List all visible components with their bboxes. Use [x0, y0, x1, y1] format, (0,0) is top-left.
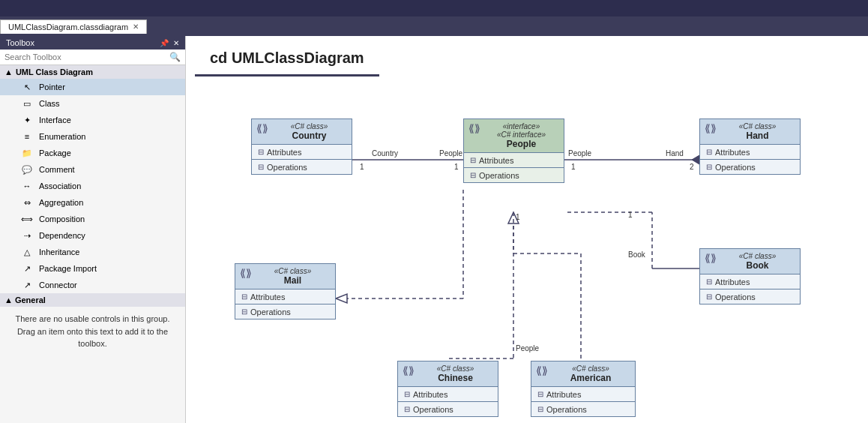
- book-operations-section[interactable]: ⊟ Operations: [700, 289, 800, 304]
- uml-box-chinese-header: ⟪⟫ «C# class» Chinese: [398, 362, 498, 386]
- expand-arrows-icon[interactable]: ⟪⟫: [705, 252, 717, 264]
- american-stereotype: «C# class»: [551, 364, 630, 373]
- inheritance-icon: △: [21, 246, 33, 258]
- expand-arrows-icon[interactable]: ⟪⟫: [403, 364, 415, 376]
- pointer-icon: ↖: [21, 81, 33, 93]
- toolbox-section-uml-header[interactable]: ▲ UML Class Diagram: [0, 65, 185, 79]
- toolbox-connector-label: Connector: [39, 280, 77, 290]
- expand-icon: ⊟: [706, 278, 712, 286]
- mail-attributes-section[interactable]: ⊟ Attributes: [235, 289, 335, 304]
- chinese-name: Chinese: [418, 373, 493, 383]
- toolbox-class-label: Class: [39, 99, 60, 108]
- pin-icon[interactable]: 📌: [160, 39, 169, 47]
- toolbox-item-enumeration[interactable]: ≡ Enumeration: [0, 128, 185, 145]
- interface-icon: ✦: [21, 114, 33, 126]
- chinese-operations-section[interactable]: ⊟ Operations: [398, 401, 498, 416]
- people-operations-label: Operations: [479, 171, 519, 180]
- uml-box-people[interactable]: ⟪⟫ «interface» «C# interface» People ⊟ A…: [463, 118, 564, 183]
- close-toolbox-icon[interactable]: ✕: [173, 39, 179, 47]
- svg-text:2: 2: [690, 163, 694, 171]
- toolbox-composition-label: Composition: [39, 214, 85, 224]
- svg-text:Book: Book: [628, 250, 646, 259]
- diagram-title: cd UMLClassDiagram: [195, 42, 379, 76]
- search-input[interactable]: [4, 52, 169, 62]
- country-attributes-section[interactable]: ⊟ Attributes: [252, 144, 352, 159]
- people-attributes-section[interactable]: ⊟ Attributes: [464, 152, 564, 167]
- toolbox-item-inheritance[interactable]: △ Inheritance: [0, 244, 185, 260]
- tab-classdiagram-label: UMLClassDiagram.classdiagram: [8, 22, 128, 32]
- country-attributes-label: Attributes: [267, 148, 301, 157]
- chinese-operations-label: Operations: [413, 405, 453, 414]
- american-attributes-section[interactable]: ⊟ Attributes: [531, 386, 635, 401]
- uml-box-chinese[interactable]: ⟪⟫ «C# class» Chinese ⊟ Attributes ⊟ Ope…: [397, 361, 498, 417]
- toolbox-section-general: ▲ General There are no usable controls i…: [0, 293, 185, 356]
- toolbox-item-class[interactable]: ▭ Class: [0, 95, 185, 112]
- comment-icon: 💬: [21, 164, 33, 176]
- book-name: Book: [720, 260, 795, 271]
- american-operations-label: Operations: [546, 405, 587, 414]
- expand-icon: ⊟: [706, 148, 712, 156]
- uml-box-country-title: «C# class» Country: [271, 122, 347, 141]
- uml-box-book[interactable]: ⟪⟫ «C# class» Book ⊟ Attributes ⊟ Operat…: [699, 248, 801, 304]
- svg-text:1: 1: [516, 213, 520, 221]
- diagram-canvas: Country People 1 1 People Hand 1 2: [186, 74, 868, 423]
- toolbox-item-pointer[interactable]: ↖ Pointer: [0, 79, 185, 95]
- mail-operations-section[interactable]: ⊟ Operations: [235, 304, 335, 319]
- chinese-stereotype: «C# class»: [418, 364, 493, 373]
- toolbox-item-association[interactable]: ↔ Association: [0, 178, 185, 194]
- association-icon: ↔: [21, 180, 33, 192]
- diagram-area[interactable]: cd UMLClassDiagram Country People 1 1 Pe…: [186, 36, 868, 423]
- country-operations-label: Operations: [267, 163, 307, 172]
- expand-arrows-icon[interactable]: ⟪⟫: [256, 122, 268, 134]
- toolbox-general-header[interactable]: ▲ General: [0, 293, 185, 307]
- toolbox-comment-label: Comment: [39, 165, 75, 174]
- toolbox-item-interface[interactable]: ✦ Interface: [0, 112, 185, 128]
- expand-icon: ⊟: [241, 308, 247, 316]
- book-attributes-label: Attributes: [715, 278, 750, 286]
- chinese-attributes-section[interactable]: ⊟ Attributes: [398, 386, 498, 401]
- search-icon: 🔍: [169, 52, 181, 62]
- uml-box-hand-title: «C# class» Hand: [720, 122, 795, 141]
- expand-icon: ⊟: [470, 156, 476, 164]
- uml-box-mail-title: «C# class» Mail: [255, 267, 331, 286]
- expand-arrows-icon[interactable]: ⟪⟫: [468, 122, 480, 134]
- hand-attributes-section[interactable]: ⊟ Attributes: [700, 144, 800, 159]
- uml-box-american-title: «C# class» American: [551, 364, 630, 383]
- book-attributes-section[interactable]: ⊟ Attributes: [700, 274, 800, 289]
- svg-marker-13: [508, 212, 519, 224]
- toolbox-item-comment[interactable]: 💬 Comment: [0, 161, 185, 178]
- expand-arrows-icon[interactable]: ⟪⟫: [705, 122, 717, 134]
- chinese-attributes-label: Attributes: [413, 390, 447, 399]
- svg-text:Hand: Hand: [666, 149, 684, 158]
- toolbox-item-pkgimport[interactable]: ↗ Package Import: [0, 260, 185, 277]
- country-operations-section[interactable]: ⊟ Operations: [252, 159, 352, 174]
- uml-box-people-title: «interface» «C# interface» People: [483, 122, 559, 149]
- hand-operations-section[interactable]: ⊟ Operations: [700, 159, 800, 174]
- svg-marker-26: [336, 294, 347, 303]
- expand-icon: ⊟: [258, 163, 264, 171]
- svg-text:1: 1: [360, 163, 364, 171]
- expand-arrows-icon[interactable]: ⟪⟫: [240, 267, 252, 279]
- toolbox-item-composition[interactable]: ⟺ Composition: [0, 211, 185, 227]
- uml-box-country[interactable]: ⟪⟫ «C# class» Country ⊟ Attributes ⊟ Ope…: [251, 118, 352, 175]
- general-collapse-icon: ▲: [4, 296, 13, 304]
- uml-box-book-header: ⟪⟫ «C# class» Book: [700, 249, 800, 274]
- tab-classdiagram[interactable]: UMLClassDiagram.classdiagram ✕: [0, 20, 147, 34]
- tab-close-icon[interactable]: ✕: [133, 22, 139, 31]
- people-operations-section[interactable]: ⊟ Operations: [464, 167, 564, 182]
- american-attributes-label: Attributes: [546, 390, 581, 399]
- hand-stereotype: «C# class»: [720, 122, 795, 130]
- toolbox-item-connector[interactable]: ↗ Connector: [0, 277, 185, 293]
- uml-box-book-title: «C# class» Book: [720, 252, 795, 271]
- american-operations-section[interactable]: ⊟ Operations: [531, 401, 635, 416]
- uml-box-mail[interactable]: ⟪⟫ «C# class» Mail ⊟ Attributes ⊟ Operat…: [235, 263, 336, 320]
- toolbox-item-package[interactable]: 📁 Package: [0, 145, 185, 161]
- toolbox-item-dependency[interactable]: ⇢ Dependency: [0, 227, 185, 244]
- people-stereotype1: «interface»: [483, 122, 559, 130]
- toolbox-pkgimport-label: Package Import: [39, 264, 97, 273]
- uml-box-country-header: ⟪⟫ «C# class» Country: [252, 119, 352, 144]
- expand-arrows-icon[interactable]: ⟪⟫: [536, 364, 548, 376]
- uml-box-hand[interactable]: ⟪⟫ «C# class» Hand ⊟ Attributes ⊟ Operat…: [699, 118, 801, 175]
- toolbox-item-aggregation[interactable]: ⇔ Aggregation: [0, 194, 185, 211]
- uml-box-american[interactable]: ⟪⟫ «C# class» American ⊟ Attributes ⊟ Op…: [531, 361, 636, 417]
